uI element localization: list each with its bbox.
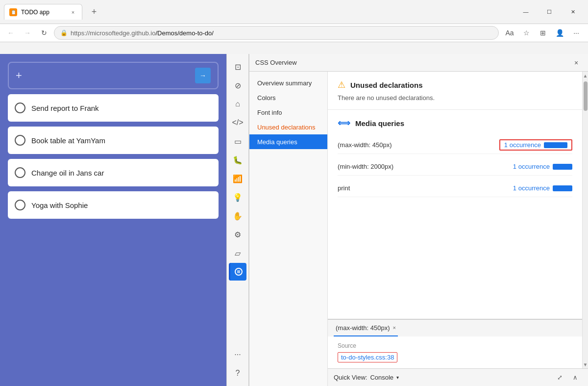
more-tools-icon[interactable]: ··· (229, 346, 246, 363)
tab-close-button[interactable]: × (69, 8, 77, 16)
mq-row-0[interactable]: (max-width: 450px) 1 occurrence (338, 136, 572, 154)
forward-button[interactable]: → (21, 26, 34, 40)
minimize-button[interactable]: — (514, 4, 537, 20)
help-icon[interactable]: ? (229, 364, 246, 382)
browser-tab[interactable]: 📋 TODO app × (4, 4, 82, 20)
todo-item-0[interactable]: Send report to Frank (8, 94, 219, 122)
bulb-icon[interactable]: 💡 (229, 188, 246, 206)
back-button[interactable]: ← (4, 26, 18, 40)
favorites-button[interactable]: ☆ (518, 25, 534, 41)
mq-row-2[interactable]: print 1 occurrence (338, 180, 572, 197)
mq-name-1: (min-width: 2000px) (338, 163, 513, 170)
todo-text-3: Yoga with Sophie (31, 201, 88, 209)
unused-declarations-text: There are no unused declarations. (338, 94, 572, 102)
maximize-button[interactable]: ☐ (538, 4, 561, 20)
nav-media-queries[interactable]: Media queries (249, 134, 327, 149)
scroll-down-button[interactable]: ▼ (583, 360, 588, 368)
css-overview-panel: CSS Overview × Overview summary Colors F… (249, 54, 588, 386)
bottom-tab-label: (max-width: 450px) (336, 324, 390, 332)
devtools-sidebar: ⊡ ⊘ ⌂ </> ▭ 🐛 📶 💡 ✋ ⚙ ▱ ··· ? (226, 54, 249, 386)
quick-view-bar: Quick View: Console ▾ ⤢ ∧ (328, 368, 588, 386)
tab-title: TODO app (21, 9, 65, 16)
url-field[interactable]: 🔒 https://microsoftedge.github.io/Demos/… (54, 26, 499, 40)
todo-checkbox-1[interactable] (15, 135, 25, 146)
more-tools-button[interactable]: ··· (568, 25, 584, 41)
profile-button[interactable]: 👤 (552, 25, 567, 41)
pointer-icon[interactable]: ⊘ (229, 77, 246, 94)
todo-text-1: Book table at YamYam (31, 136, 105, 145)
mq-bar-2 (553, 185, 572, 191)
device-icon[interactable]: ▱ (229, 244, 246, 262)
address-bar: ← → ↻ 🔒 https://microsoftedge.github.io/… (0, 24, 588, 42)
todo-text-2: Change oil in Jans car (31, 169, 104, 177)
mq-bar-0 (544, 142, 567, 148)
expand-button[interactable]: ∧ (568, 371, 582, 385)
todo-text-0: Send report to Frank (31, 104, 99, 112)
url-text: https://microsoftedge.github.io/Demos/de… (71, 29, 492, 37)
mq-occurrence-2[interactable]: 1 occurrence (513, 184, 550, 192)
source-label: Source (338, 342, 572, 349)
media-queries-title: Media queries (355, 119, 404, 128)
bug-icon[interactable]: 🐛 (229, 151, 246, 169)
mq-row-1[interactable]: (min-width: 2000px) 1 occurrence (338, 158, 572, 176)
nav-colors[interactable]: Colors (249, 90, 327, 105)
nav-overview-summary[interactable]: Overview summary (249, 76, 327, 90)
media-queries-section: ⟺ Media queries (max-width: 450px) 1 occ… (328, 110, 582, 319)
right-scrollbar[interactable]: ▲ ▼ (582, 72, 588, 368)
todo-item-3[interactable]: Yoga with Sophie (8, 191, 219, 219)
mq-name-0: (max-width: 450px) (338, 141, 499, 149)
nav-font-info[interactable]: Font info (249, 105, 327, 120)
todo-checkbox-0[interactable] (15, 103, 25, 113)
reader-mode-button[interactable]: Aa (502, 25, 517, 41)
wifi-icon[interactable]: 📶 (229, 170, 246, 187)
nav-unused-declarations[interactable]: Unused declarations (249, 120, 327, 134)
css-nav: Overview summary Colors Font info Unused… (249, 72, 328, 386)
arrows-icon: ⟺ (338, 118, 350, 129)
home-icon[interactable]: ⌂ (229, 95, 246, 113)
new-tab-button[interactable]: + (87, 5, 101, 19)
todo-item-1[interactable]: Book table at YamYam (8, 127, 219, 154)
scroll-thumb[interactable] (584, 81, 588, 111)
quick-view-label: Quick View: (334, 374, 367, 381)
bottom-tab-close-button[interactable]: × (393, 325, 396, 331)
source-link[interactable]: to-do-styles.css:38 (338, 352, 397, 362)
add-todo-bar[interactable]: + → (8, 62, 219, 89)
console-label: Console (370, 374, 393, 381)
close-window-button[interactable]: ✕ (562, 4, 584, 20)
unused-declarations-title: Unused declarations (350, 81, 423, 89)
css-overview-icon[interactable] (229, 263, 246, 281)
gear-icon[interactable]: ⚙ (229, 226, 246, 243)
add-icon: + (16, 69, 22, 82)
tab-favicon: 📋 (9, 8, 17, 16)
scroll-up-button[interactable]: ▲ (583, 72, 588, 79)
quick-view-arrow-icon[interactable]: ▾ (396, 375, 399, 380)
warning-icon: ⚠ (338, 79, 345, 90)
code-icon[interactable]: </> (229, 114, 246, 131)
panel-header: CSS Overview × (249, 54, 588, 72)
dock-button[interactable]: ⤢ (553, 371, 566, 385)
submit-button[interactable]: → (195, 68, 211, 83)
mq-name-2: print (338, 184, 513, 192)
todo-checkbox-2[interactable] (15, 167, 25, 178)
gesture-icon[interactable]: ✋ (229, 207, 246, 225)
panel-title: CSS Overview (255, 59, 297, 66)
unused-declarations-section: ⚠ Unused declarations There are no unuse… (328, 72, 582, 110)
source-section: Source to-do-styles.css:38 (328, 336, 582, 368)
panel-close-button[interactable]: × (570, 57, 582, 69)
mq-occurrence-1[interactable]: 1 occurrence (513, 163, 550, 170)
mq-detail-tab[interactable]: (max-width: 450px) × (334, 320, 398, 336)
sources-icon[interactable]: ▭ (229, 132, 246, 150)
refresh-button[interactable]: ↻ (37, 26, 51, 40)
todo-item-2[interactable]: Change oil in Jans car (8, 159, 219, 186)
collections-button[interactable]: ⊞ (535, 25, 551, 41)
inspect-element-icon[interactable]: ⊡ (229, 58, 246, 76)
lock-icon: 🔒 (60, 29, 68, 36)
todo-checkbox-3[interactable] (15, 200, 25, 210)
todo-app-panel: + → Send report to Frank Book table at Y… (0, 54, 226, 386)
mq-occurrence-0[interactable]: 1 occurrence (504, 141, 541, 149)
mq-bar-1 (553, 164, 572, 170)
css-main-content: ⚠ Unused declarations There are no unuse… (328, 72, 582, 368)
bottom-tab-area: (max-width: 450px) × (328, 319, 582, 336)
